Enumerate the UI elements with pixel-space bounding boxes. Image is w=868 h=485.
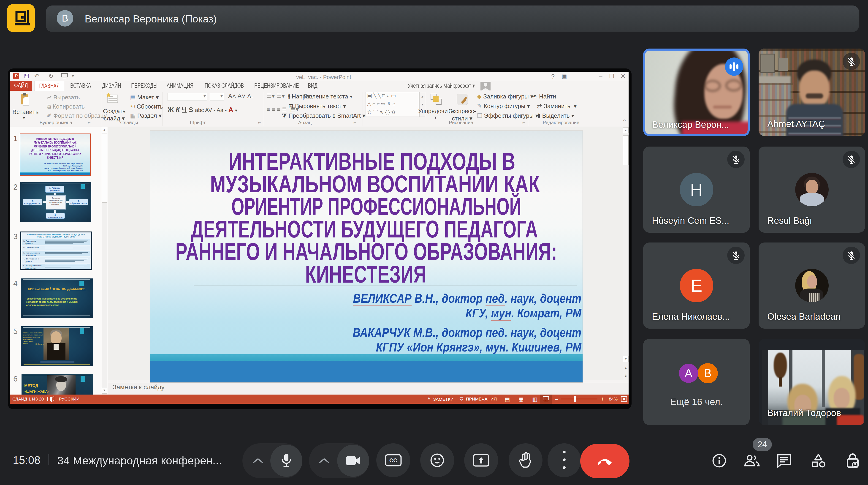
svg-text:CC: CC [390,457,397,463]
